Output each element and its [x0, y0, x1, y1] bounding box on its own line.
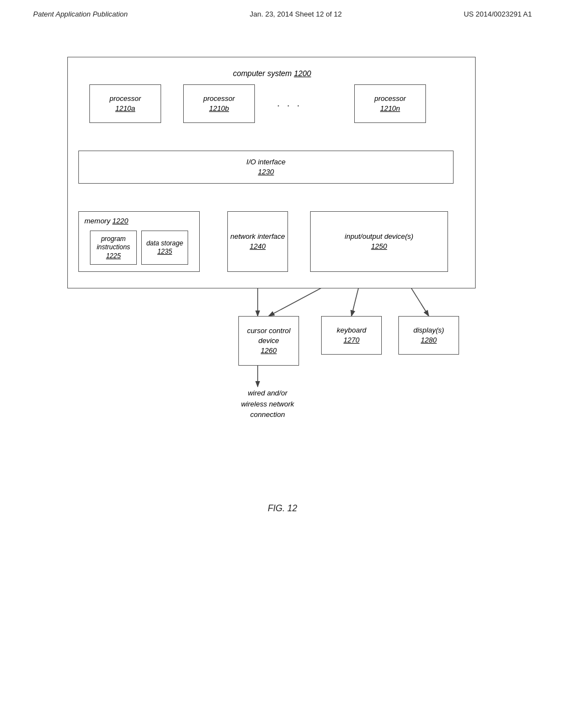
data-storage-box: data storage 1235: [141, 231, 188, 265]
processor-a-box: processor 1210a: [89, 84, 161, 123]
network-interface-box: network interface 1240: [227, 211, 288, 272]
io-devices-label: input/output device(s): [345, 232, 413, 242]
figure-caption: FIG. 12: [268, 504, 297, 513]
processor-n-label: processor: [374, 94, 406, 104]
memory-box: memory 1220 program instructions 1225 da…: [78, 211, 200, 272]
keyboard-box: keyboard 1270: [321, 316, 382, 355]
memory-title: memory 1220: [79, 216, 129, 226]
program-instructions-box: program instructions 1225: [90, 231, 137, 265]
processor-b-label: processor: [203, 94, 234, 104]
keyboard-label: keyboard: [337, 325, 366, 335]
cursor-label: cursor control device: [239, 326, 299, 346]
figure-caption-area: FIG. 12: [0, 504, 565, 513]
processor-b-box: processor 1210b: [183, 84, 255, 123]
io-devices-box: input/output device(s) 1250: [310, 211, 448, 272]
memory-subboxes: program instructions 1225 data storage 1…: [90, 231, 188, 265]
prog-inst-label: program instructions: [90, 235, 136, 252]
header-left: Patent Application Publication: [33, 10, 128, 18]
displays-num: 1280: [421, 335, 437, 345]
diagram-area: computer system 1200 processor 1210a pro…: [56, 46, 509, 487]
displays-label: display(s): [413, 325, 444, 335]
header-right: US 2014/0023291 A1: [463, 10, 532, 18]
network-interface-num: 1240: [250, 242, 266, 251]
processor-a-label: processor: [109, 94, 141, 104]
prog-inst-num: 1225: [106, 252, 121, 261]
processor-a-num: 1210a: [115, 104, 135, 114]
computer-system-title: computer system 1200: [68, 68, 476, 79]
processor-b-num: 1210b: [209, 104, 229, 114]
data-storage-label: data storage: [146, 239, 183, 248]
processor-dots: · · ·: [277, 100, 302, 111]
io-devices-num: 1250: [371, 242, 387, 251]
page-header: Patent Application Publication Jan. 23, …: [0, 0, 565, 24]
wired-label: wired and/or wireless network connection: [232, 388, 303, 420]
io-interface-num: 1230: [258, 167, 274, 177]
processor-n-num: 1210n: [380, 104, 400, 114]
cursor-control-box: cursor control device 1260: [238, 316, 299, 366]
io-interface-label: I/O interface: [247, 157, 286, 167]
network-interface-label: network interface: [231, 232, 285, 242]
displays-box: display(s) 1280: [398, 316, 459, 355]
processor-n-box: processor 1210n: [354, 84, 426, 123]
keyboard-num: 1270: [344, 335, 360, 345]
header-center: Jan. 23, 2014 Sheet 12 of 12: [249, 10, 342, 18]
cursor-num: 1260: [261, 346, 277, 356]
io-interface-box: I/O interface 1230: [78, 151, 454, 184]
data-storage-num: 1235: [157, 248, 172, 256]
